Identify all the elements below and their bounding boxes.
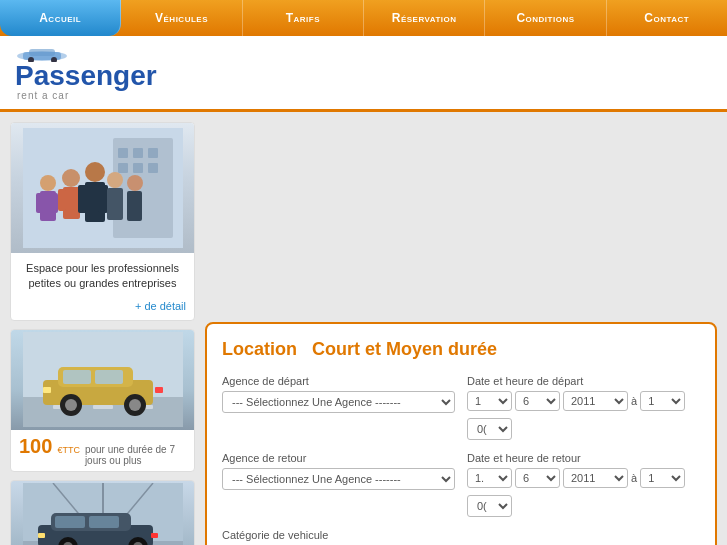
- form-group-categorie: Catégorie de vehicule --- Sélectionnez U…: [222, 529, 455, 545]
- svg-rect-42: [43, 387, 51, 393]
- svg-rect-12: [148, 163, 158, 173]
- minute-retour-row: 0(: [467, 495, 700, 517]
- month-retour-select[interactable]: 6: [515, 468, 560, 488]
- svg-rect-37: [95, 370, 123, 384]
- sidebar-card-car1: 100 €TTC pour une durée de 7 jours ou pl…: [10, 329, 195, 472]
- svg-rect-52: [55, 516, 85, 528]
- date-retour-label: Date et heure de retour: [467, 452, 700, 464]
- nav-accueil[interactable]: Accueil: [0, 0, 121, 36]
- svg-rect-26: [107, 188, 123, 220]
- svg-rect-23: [78, 185, 88, 213]
- categorie-label: Catégorie de vehicule: [222, 529, 455, 541]
- date-depart-label: Date et heure de départ: [467, 375, 700, 387]
- car-price-desc: pour une durée de 7 jours ou plus: [85, 444, 186, 466]
- svg-rect-53: [89, 516, 119, 528]
- form-grid: Agence de départ --- Sélectionnez Une Ag…: [222, 375, 700, 545]
- main-area: Location Court et Moyen durée Agence de …: [205, 122, 717, 545]
- hour-retour-select[interactable]: 1: [640, 468, 685, 488]
- svg-rect-36: [63, 370, 91, 384]
- svg-point-39: [65, 399, 77, 411]
- car-price-info: 100 €TTC pour une durée de 7 jours ou pl…: [11, 430, 194, 471]
- nav-reservation[interactable]: Réservation: [364, 0, 485, 36]
- svg-rect-7: [118, 148, 128, 158]
- car-price-unit: €TTC: [57, 445, 80, 455]
- svg-point-41: [129, 399, 141, 411]
- year-retour-select[interactable]: 2011: [563, 468, 628, 488]
- main-content: Espace pour les professionnels petites o…: [0, 112, 727, 545]
- svg-point-21: [85, 162, 105, 182]
- nav-contact[interactable]: Contact: [607, 0, 727, 36]
- sidebar: Espace pour les professionnels petites o…: [10, 122, 195, 545]
- svg-rect-24: [98, 185, 108, 213]
- year-depart-select[interactable]: 2011: [563, 391, 628, 411]
- day-depart-select[interactable]: 1: [467, 391, 512, 411]
- sidebar-image-office: [11, 123, 194, 253]
- svg-point-25: [107, 172, 123, 188]
- hour-retour-sep: à: [631, 472, 637, 484]
- car-image-2: [11, 481, 194, 545]
- svg-rect-43: [155, 387, 163, 393]
- svg-rect-32: [93, 405, 113, 409]
- agence-retour-label: Agence de retour: [222, 452, 455, 464]
- hour-depart-sep: à: [631, 395, 637, 407]
- form-title-black: Location: [222, 339, 297, 359]
- nav-vehicules[interactable]: Véhicules: [121, 0, 242, 36]
- car-illustration-1: [23, 332, 183, 427]
- minute-retour-select[interactable]: 0(: [467, 495, 512, 517]
- logo-name: Passenger: [15, 62, 157, 90]
- nav-tarifs[interactable]: Tarifs: [243, 0, 364, 36]
- month-depart-select[interactable]: 6: [515, 391, 560, 411]
- form-group-agence-depart: Agence de départ --- Sélectionnez Une Ag…: [222, 375, 455, 440]
- svg-point-13: [40, 175, 56, 191]
- minute-depart-row: 0(: [467, 418, 700, 440]
- logo-text: Passenger rent a car: [15, 46, 157, 101]
- sidebar-card-professionals: Espace pour les professionnels petites o…: [10, 122, 195, 321]
- svg-rect-19: [58, 189, 66, 211]
- agence-depart-select[interactable]: --- Sélectionnez Une Agence -------: [222, 391, 455, 413]
- svg-rect-28: [127, 191, 142, 221]
- svg-rect-11: [133, 163, 143, 173]
- day-retour-select[interactable]: 1.: [467, 468, 512, 488]
- people-illustration: [23, 128, 183, 248]
- main-nav: Accueil Véhicules Tarifs Réservation Con…: [0, 0, 727, 36]
- logo-tagline: rent a car: [17, 90, 157, 101]
- booking-form: Location Court et Moyen durée Agence de …: [205, 322, 717, 545]
- car-image-1: [11, 330, 194, 430]
- agence-depart-label: Agence de départ: [222, 375, 455, 387]
- form-group-date-retour: Date et heure de retour 1. 6 2011 à: [467, 452, 700, 517]
- nav-conditions[interactable]: Conditions: [485, 0, 606, 36]
- agence-retour-select[interactable]: --- Sélectionnez Une Agence -------: [222, 468, 455, 490]
- site-header: Passenger rent a car: [0, 36, 727, 112]
- form-title-orange: Court et Moyen durée: [312, 339, 497, 359]
- svg-rect-9: [148, 148, 158, 158]
- minute-depart-select[interactable]: 0(: [467, 418, 512, 440]
- form-group-agence-retour: Agence de retour --- Sélectionnez Une Ag…: [222, 452, 455, 517]
- svg-rect-2: [29, 49, 55, 56]
- form-group-date-depart: Date et heure de départ 1 6 2011 à: [467, 375, 700, 440]
- hour-depart-select[interactable]: 1: [640, 391, 685, 411]
- car-price-value: 100: [19, 435, 52, 458]
- svg-rect-16: [51, 193, 58, 213]
- date-depart-row: 1 6 2011 à 1: [467, 391, 700, 411]
- svg-rect-8: [133, 148, 143, 158]
- svg-rect-15: [36, 193, 43, 213]
- sidebar-card-car2: [10, 480, 195, 545]
- svg-rect-10: [118, 163, 128, 173]
- sidebar-professionals-text: Espace pour les professionnels petites o…: [11, 253, 194, 300]
- svg-rect-58: [38, 533, 45, 538]
- logo: Passenger rent a car: [15, 46, 712, 101]
- svg-rect-59: [151, 533, 158, 538]
- date-retour-row: 1. 6 2011 à 1: [467, 468, 700, 488]
- svg-point-17: [62, 169, 80, 187]
- svg-point-27: [127, 175, 143, 191]
- sidebar-more-link[interactable]: + de détail: [11, 300, 194, 320]
- car-illustration-2: [23, 483, 183, 545]
- form-title: Location Court et Moyen durée: [222, 339, 700, 360]
